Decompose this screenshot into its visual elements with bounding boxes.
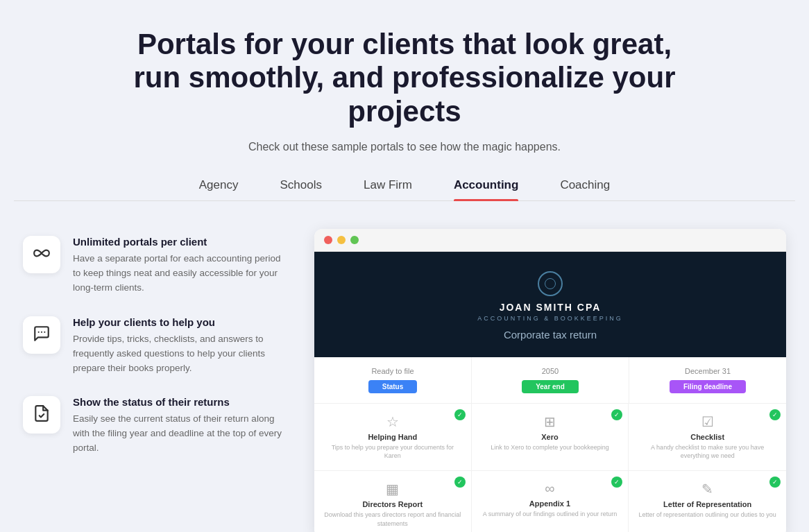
portal-item-directors-report: ✓ ▦ Directors Report Download this years… <box>314 471 472 532</box>
portal-stats-row: Ready to file Status 2050 Year end Decem… <box>314 357 786 404</box>
file-check-icon <box>33 404 51 425</box>
feature-text-help: Help your clients to help you Provide ti… <box>73 316 287 376</box>
portal-header: JOAN SMITH CPA ACCOUNTING & BOOKKEEPING … <box>314 252 786 357</box>
portal-item-helping-hand: ✓ ☆ Helping Hand Tips to help you prepar… <box>314 404 472 471</box>
tab-lawfirm[interactable]: Law Firm <box>364 178 412 200</box>
hero-subtitle: Check out these sample portals to see ho… <box>14 141 795 153</box>
feature-icon-box-status <box>23 396 60 434</box>
feature-help-clients: Help your clients to help you Provide ti… <box>23 316 287 376</box>
feature-title-unlimited: Unlimited portals per client <box>73 236 287 248</box>
portal-logo-inner <box>545 278 556 289</box>
feature-text-unlimited: Unlimited portals per client Have a sepa… <box>73 236 287 295</box>
portal-item-letter: ✓ ✎ Letter of Representation Letter of r… <box>629 471 786 532</box>
feature-icon-box-help <box>23 316 60 354</box>
browser-bar <box>314 229 786 252</box>
check-appendix: ✓ <box>611 477 622 488</box>
portal-company-sub: ACCOUNTING & BOOKKEEPING <box>328 315 772 322</box>
page-wrapper: Portals for your clients that look great… <box>0 0 809 532</box>
stat-badge-deadline: Filing deadline <box>670 380 746 393</box>
feature-unlimited-portals: Unlimited portals per client Have a sepa… <box>23 236 287 295</box>
portal-project-title: Corporate tax return <box>328 329 772 341</box>
stat-badge-yearend: Year end <box>522 380 579 393</box>
edit-icon: ✎ <box>637 481 778 497</box>
item-desc-helping-hand: Tips to help you prepare your documents … <box>323 443 463 461</box>
main-content: Unlimited portals per client Have a sepa… <box>23 229 786 532</box>
check-letter: ✓ <box>769 477 781 488</box>
features-list: Unlimited portals per client Have a sepa… <box>23 229 287 532</box>
item-name-xero: Xero <box>480 433 620 441</box>
stat-badge-status: Status <box>368 380 418 393</box>
item-name-appendix: Appendix 1 <box>480 499 620 508</box>
feature-title-status: Show the status of their returns <box>73 396 287 408</box>
item-name-directors-report: Directors Report <box>323 500 463 508</box>
feature-desc-unlimited: Have a separate portal for each accounti… <box>73 252 287 295</box>
portal-item-checklist: ✓ ☑ Checklist A handy checklist to make … <box>629 404 786 471</box>
tabs-navigation: Agency Schools Law Firm Accounting Coach… <box>14 178 795 201</box>
check-xero: ✓ <box>611 409 622 420</box>
hero-title: Portals for your clients that look great… <box>127 28 682 128</box>
stat-label-deadline: December 31 <box>636 367 779 375</box>
portal-company-name: JOAN SMITH CPA <box>328 302 772 313</box>
item-name-checklist: Checklist <box>637 433 778 441</box>
item-desc-xero: Link to Xero to complete your bookkeepin… <box>480 443 620 452</box>
tab-accounting[interactable]: Accounting <box>454 178 519 200</box>
stat-label-status: Ready to file <box>321 367 464 375</box>
item-desc-letter: Letter of representation outlining our d… <box>637 510 778 520</box>
feature-show-status: Show the status of their returns Easily … <box>23 396 287 456</box>
bar-chart-icon: ▦ <box>323 481 463 497</box>
check-checklist: ✓ <box>769 409 781 420</box>
portal-preview: JOAN SMITH CPA ACCOUNTING & BOOKKEEPING … <box>314 229 786 532</box>
item-desc-appendix: A summary of our findings outlined in yo… <box>480 510 620 519</box>
item-name-letter: Letter of Representation <box>637 500 778 508</box>
star-icon: ☆ <box>323 413 463 430</box>
feature-desc-help: Provide tips, tricks, checklists, and an… <box>73 332 287 376</box>
list-check-icon: ☑ <box>637 413 778 430</box>
chat-smile-icon <box>33 325 51 345</box>
feature-desc-status: Easily see the current status of their r… <box>73 412 287 456</box>
feature-icon-box-unlimited <box>23 236 60 273</box>
browser-dot-yellow <box>337 236 346 244</box>
portal-logo-icon <box>538 271 563 296</box>
item-desc-directors-report: Download this years directors report and… <box>323 510 463 528</box>
check-helping-hand: ✓ <box>454 409 466 420</box>
feature-text-status: Show the status of their returns Easily … <box>73 396 287 456</box>
portal-stat-yearend: 2050 Year end <box>472 357 629 403</box>
check-directors-report: ✓ <box>454 477 466 488</box>
portal-item-appendix: ✓ ∞ Appendix 1 A summary of our findings… <box>472 471 629 532</box>
infinity-icon <box>33 244 51 265</box>
portal-items-grid: ✓ ☆ Helping Hand Tips to help you prepar… <box>314 404 786 532</box>
infinity-small-icon: ∞ <box>480 481 620 497</box>
portal-item-xero: ✓ ⊞ Xero Link to Xero to complete your b… <box>472 404 629 471</box>
tab-schools[interactable]: Schools <box>280 178 321 200</box>
tab-agency[interactable]: Agency <box>199 178 239 200</box>
feature-title-help: Help your clients to help you <box>73 316 287 328</box>
browser-dot-green <box>350 236 359 244</box>
item-name-helping-hand: Helping Hand <box>323 433 463 441</box>
item-desc-checklist: A handy checklist to make sure you have … <box>637 443 778 461</box>
stat-label-yearend: 2050 <box>479 367 622 375</box>
tab-coaching[interactable]: Coaching <box>560 178 610 200</box>
browser-dot-red <box>324 236 332 244</box>
portal-stat-deadline: December 31 Filing deadline <box>629 357 786 403</box>
grid-icon: ⊞ <box>480 413 620 430</box>
portal-stat-status: Ready to file Status <box>314 357 472 403</box>
